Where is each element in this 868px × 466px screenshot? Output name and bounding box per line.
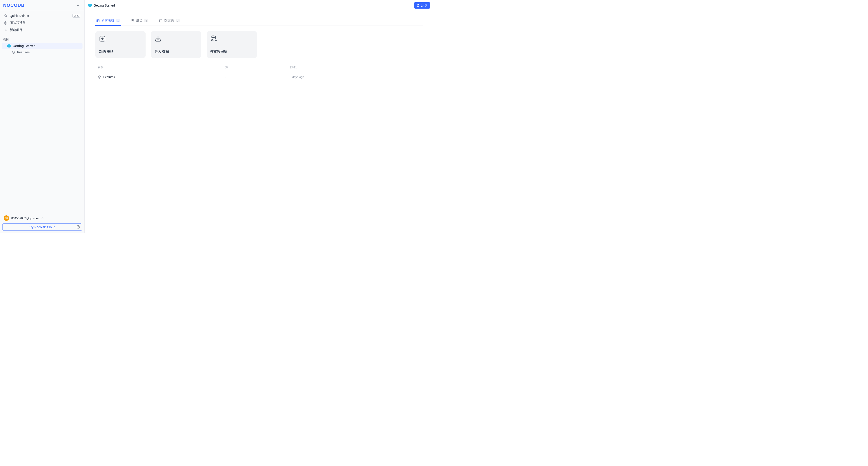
- col-header-created: 创建于: [290, 65, 421, 69]
- new-project-button[interactable]: 新建项目: [2, 26, 83, 34]
- tab-count: 1: [116, 19, 120, 22]
- new-project-label: 新建项目: [10, 28, 22, 32]
- svg-rect-4: [97, 19, 99, 22]
- database-icon: [159, 19, 162, 22]
- tab-sources[interactable]: 数据源 1: [158, 16, 181, 26]
- tab-label: 所有表格: [101, 19, 114, 23]
- tab-all-tables[interactable]: 所有表格 1: [95, 16, 121, 26]
- project-item[interactable]: Getting Started: [2, 43, 83, 49]
- table-icon: [96, 19, 100, 22]
- sidebar-top: Quick Actions ⌘ K 团队和设置 新建项目: [0, 11, 84, 35]
- svg-point-0: [5, 15, 7, 17]
- breadcrumb[interactable]: Getting Started: [88, 4, 115, 7]
- user-email: 804539882@qq.com: [11, 216, 39, 220]
- team-settings-button[interactable]: 团队和设置: [2, 19, 83, 26]
- users-icon: [131, 19, 134, 22]
- sidebar-collapse-button[interactable]: [75, 2, 82, 8]
- try-cloud-button[interactable]: Try NocoDB Cloud: [2, 224, 82, 231]
- try-cloud-label: Try NocoDB Cloud: [29, 225, 55, 229]
- svg-point-6: [160, 19, 162, 20]
- table-name: Features: [17, 51, 30, 54]
- layers-icon: [12, 51, 16, 54]
- layers-icon: [98, 75, 101, 79]
- table-row[interactable]: Features - 3 days ago: [95, 72, 423, 82]
- svg-point-1: [5, 22, 6, 23]
- logo[interactable]: NOCODB: [3, 3, 25, 8]
- lock-icon: [416, 4, 420, 7]
- card-label: 连接数据源: [210, 50, 253, 54]
- gear-icon: [4, 21, 7, 25]
- chevron-double-left-icon: [76, 4, 80, 7]
- quick-actions-button[interactable]: Quick Actions ⌘ K: [2, 12, 83, 19]
- import-data-card[interactable]: 导入 数据: [151, 31, 201, 58]
- svg-point-5: [131, 19, 133, 20]
- project-tree: Getting Started Features: [0, 43, 84, 55]
- download-icon: [155, 35, 197, 43]
- help-icon: [76, 225, 80, 229]
- main: Getting Started 分享 所有表格 1 成员 1 数据源 1: [85, 0, 434, 233]
- plus-icon: [4, 29, 7, 32]
- svg-rect-3: [417, 5, 419, 6]
- keyboard-shortcut: ⌘ K: [72, 14, 80, 18]
- project-icon: [88, 4, 92, 7]
- connect-source-card[interactable]: 连接数据源: [207, 31, 257, 58]
- tab-count: 1: [176, 19, 180, 22]
- sidebar: NOCODB Quick Actions ⌘ K 团队和设置 新建项目 项目 G…: [0, 0, 85, 233]
- search-icon: [4, 14, 7, 18]
- share-button[interactable]: 分享: [414, 2, 430, 8]
- row-name: Features: [103, 75, 115, 79]
- database-plus-icon: [210, 35, 253, 43]
- help-icon-wrapper[interactable]: [76, 225, 80, 229]
- project-name: Getting Started: [13, 44, 35, 48]
- card-label: 导入 数据: [155, 50, 197, 54]
- topbar: Getting Started 分享: [85, 0, 434, 11]
- content: 所有表格 1 成员 1 数据源 1 新的 表格: [85, 11, 434, 88]
- project-icon: [7, 44, 11, 48]
- tabs: 所有表格 1 成员 1 数据源 1: [95, 16, 423, 26]
- tab-label: 数据源: [164, 19, 174, 23]
- svg-point-8: [211, 36, 216, 38]
- quick-actions-label: Quick Actions: [10, 14, 29, 18]
- card-label: 新的 表格: [99, 50, 142, 54]
- page-title: Getting Started: [94, 4, 115, 7]
- avatar: 80: [4, 215, 9, 221]
- action-cards: 新的 表格 导入 数据 连接数据源: [95, 31, 423, 58]
- row-source: -: [225, 75, 290, 79]
- projects-section-label: 项目: [0, 35, 84, 43]
- new-table-card[interactable]: 新的 表格: [95, 31, 146, 58]
- plus-square-icon: [99, 35, 142, 43]
- col-header-name: 表格: [98, 65, 225, 69]
- share-label: 分享: [421, 3, 428, 7]
- tab-count: 1: [144, 19, 148, 22]
- chevron-up-icon: [41, 216, 44, 220]
- sidebar-header: NOCODB: [0, 0, 84, 11]
- row-created: 3 days ago: [290, 75, 421, 79]
- col-header-source: 源: [225, 65, 290, 69]
- team-settings-label: 团队和设置: [10, 21, 26, 25]
- table-item[interactable]: Features: [2, 49, 83, 55]
- table-head: 表格 源 创建于: [95, 62, 423, 72]
- user-menu[interactable]: 80 804539882@qq.com: [2, 214, 82, 224]
- tab-members[interactable]: 成员 1: [130, 16, 149, 26]
- tab-label: 成员: [136, 19, 143, 23]
- sidebar-footer: 80 804539882@qq.com Try NocoDB Cloud: [0, 212, 84, 233]
